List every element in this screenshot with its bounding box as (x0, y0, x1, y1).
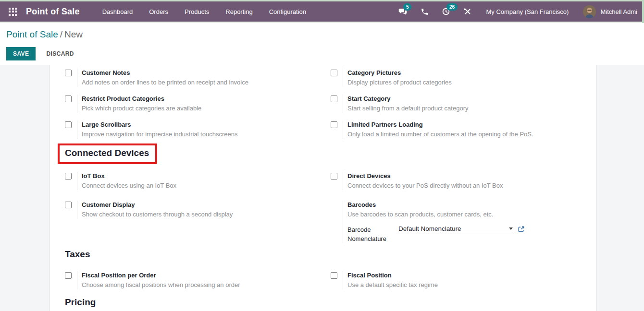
setting-iot-box: IoT Box Connect devices using an IoT Box (65, 172, 331, 193)
window-right-edge (642, 0, 644, 23)
setting-label: Fiscal Position per Order (82, 271, 240, 280)
large-scrollbars-checkbox[interactable] (65, 121, 72, 128)
setting-description: Use a default specific tax regime (347, 280, 438, 289)
setting-start-category: Start Category Start selling from a defa… (331, 95, 581, 116)
setting-label: IoT Box (82, 172, 176, 180)
breadcrumb-parent-link[interactable]: Point of Sale (6, 29, 58, 39)
tools-icon[interactable] (463, 7, 472, 16)
setting-label: Large Scrollbars (82, 120, 237, 129)
app-brand-title[interactable]: Point of Sale (26, 7, 80, 17)
settings-row: Customer Display Show checkout to custom… (65, 201, 596, 243)
chevron-down-icon (509, 227, 513, 230)
setting-label: Direct Devices (347, 172, 503, 180)
breadcrumb-separator: / (58, 29, 64, 39)
user-name: Mitchell Admi (600, 8, 637, 15)
setting-direct-devices: Direct Devices Connect devices to your P… (331, 172, 581, 193)
setting-customer-notes: Customer Notes Add notes on order lines … (65, 69, 331, 90)
setting-label: Limited Partners Loading (347, 120, 533, 129)
apps-menu-icon[interactable] (9, 8, 17, 16)
phone-icon[interactable] (420, 7, 429, 16)
settings-row: Customer Notes Add notes on order lines … (65, 69, 596, 90)
setting-description: Connect devices using an IoT Box (82, 181, 176, 190)
setting-label: Fiscal Position (347, 271, 438, 280)
restrict-product-categories-checkbox[interactable] (65, 96, 72, 102)
top-navbar: Point of Sale Dashboard Orders Products … (0, 1, 644, 22)
messages-count-badge: 5 (403, 3, 411, 11)
menu-configuration[interactable]: Configuration (261, 2, 314, 21)
customer-notes-checkbox[interactable] (65, 70, 72, 76)
setting-large-scrollbars: Large Scrollbars Improve navigation for … (65, 120, 331, 142)
settings-sheet: Customer Notes Add notes on order lines … (49, 65, 596, 311)
control-panel-buttons: SAVE DISCARD (6, 47, 638, 60)
setting-description: Only load a limited number of customers … (347, 130, 533, 139)
setting-barcodes: Barcodes Use barcodes to scan products, … (331, 201, 581, 243)
setting-description: Start selling from a default product cat… (347, 104, 468, 113)
settings-row: Restrict Product Categories Pick which p… (65, 95, 596, 116)
user-menu[interactable]: Mitchell Admi (583, 5, 637, 18)
setting-fiscal-position-per-order: Fiscal Position per Order Choose among f… (65, 271, 331, 292)
content-area: Customer Notes Add notes on order lines … (0, 65, 644, 311)
setting-description: Pick which product categories are availa… (82, 104, 201, 113)
setting-description: Display pictures of product categories (347, 78, 452, 87)
barcode-nomenclature-field: Barcode Nomenclature Default Nomenclatur… (347, 225, 525, 243)
annotation-highlight-box: Connected Devices (58, 144, 157, 164)
settings-row: IoT Box Connect devices using an IoT Box… (65, 172, 596, 193)
discard-button[interactable]: DISCARD (39, 47, 80, 60)
main-menu: Dashboard Orders Products Reporting Conf… (94, 2, 314, 21)
company-switcher[interactable]: My Company (San Francisco) (486, 8, 569, 15)
control-panel: Point of Sale/New SAVE DISCARD (0, 23, 644, 65)
setting-label: Barcodes (347, 201, 525, 209)
setting-description: Use barcodes to scan products, customer … (347, 210, 525, 219)
menu-products[interactable]: Products (176, 2, 217, 21)
setting-label: Restrict Product Categories (82, 95, 201, 103)
breadcrumb-current: New (64, 29, 83, 39)
setting-label: Category Pictures (347, 69, 452, 77)
settings-row: Large Scrollbars Improve navigation for … (65, 120, 596, 142)
iot-box-checkbox[interactable] (65, 173, 72, 179)
section-heading-pricing: Pricing (65, 297, 596, 308)
field-value: Default Nomenclature (398, 225, 506, 232)
setting-limited-partners-loading: Limited Partners Loading Only load a lim… (331, 120, 581, 142)
setting-description: Choose among fiscal positions when proce… (82, 280, 240, 289)
activity-count-badge: 26 (446, 3, 457, 11)
save-button[interactable]: SAVE (6, 47, 36, 60)
menu-orders[interactable]: Orders (141, 2, 176, 21)
setting-description: Connect devices to your PoS directly wit… (347, 181, 503, 190)
fiscal-position-per-order-checkbox[interactable] (65, 272, 72, 279)
setting-label: Customer Notes (82, 69, 248, 77)
setting-restrict-product-categories: Restrict Product Categories Pick which p… (65, 95, 331, 116)
section-connected-devices: Connected Devices (65, 146, 596, 164)
direct-devices-checkbox[interactable] (331, 173, 337, 179)
section-heading-connected-devices: Connected Devices (65, 148, 149, 158)
settings-row: Fiscal Position per Order Choose among f… (65, 271, 596, 292)
odoo-pos-settings-window: Point of Sale Dashboard Orders Products … (0, 0, 644, 311)
breadcrumb: Point of Sale/New (6, 29, 638, 40)
setting-label: Start Category (347, 95, 468, 103)
start-category-checkbox[interactable] (331, 96, 337, 102)
setting-fiscal-position: Fiscal Position Use a default specific t… (331, 271, 581, 292)
category-pictures-checkbox[interactable] (331, 70, 337, 76)
setting-description: Show checkout to customers through a sec… (82, 210, 233, 219)
menu-dashboard[interactable]: Dashboard (94, 2, 141, 21)
fiscal-position-checkbox[interactable] (331, 272, 337, 279)
setting-customer-display: Customer Display Show checkout to custom… (65, 201, 331, 243)
systray: 5 26 My Company ( (386, 5, 637, 18)
avatar (583, 5, 596, 18)
field-label: Barcode Nomenclature (347, 225, 398, 243)
external-link-icon[interactable] (518, 226, 525, 235)
section-heading-taxes: Taxes (65, 249, 596, 260)
setting-description: Add notes on order lines to be printed o… (82, 78, 248, 87)
activity-clock-icon[interactable]: 26 (441, 7, 451, 16)
setting-category-pictures: Category Pictures Display pictures of pr… (331, 69, 581, 90)
setting-description: Improve navigation for imprecise industr… (82, 130, 237, 139)
barcode-nomenclature-select[interactable]: Default Nomenclature (398, 225, 513, 234)
setting-label: Customer Display (82, 201, 233, 209)
limited-partners-loading-checkbox[interactable] (331, 121, 337, 128)
menu-reporting[interactable]: Reporting (217, 2, 260, 21)
messages-icon[interactable]: 5 (398, 7, 408, 16)
customer-display-checkbox[interactable] (65, 202, 72, 208)
